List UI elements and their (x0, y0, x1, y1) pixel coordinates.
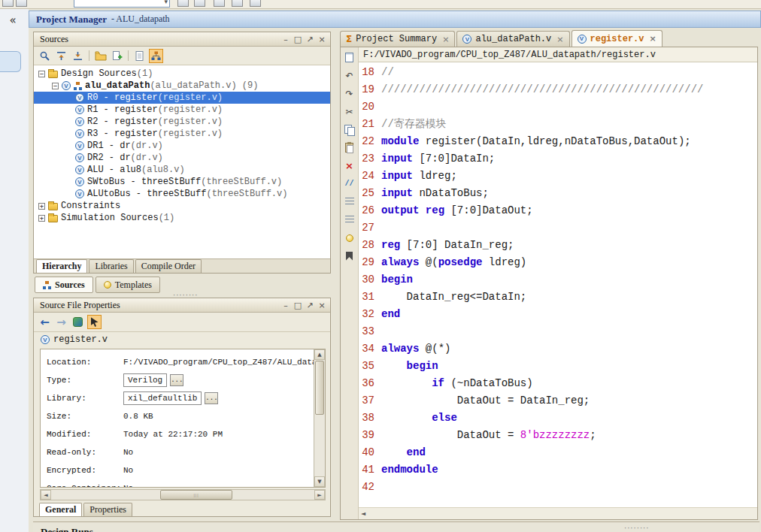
maximize-button[interactable]: □ (292, 300, 304, 311)
expand-all-icon[interactable] (71, 49, 85, 63)
delete-icon[interactable]: × (343, 159, 356, 172)
toolbar-icon-7[interactable] (250, 0, 261, 7)
verilog-file-icon: V (578, 35, 587, 44)
indent-icon[interactable] (343, 195, 356, 208)
tree-item[interactable]: VR3 - register (register.v) (34, 128, 330, 140)
scroll-left-icon[interactable]: ◄ (41, 490, 51, 500)
verilog-module-icon: V (62, 81, 71, 90)
scroll-up-icon[interactable]: ▲ (314, 349, 325, 360)
cut-icon[interactable]: ✂ (343, 105, 356, 118)
code-line: 37 DataOut = DataIn_reg; (359, 392, 757, 410)
tree-item[interactable]: VR0 - register (register.v) (34, 92, 330, 104)
close-tab-icon[interactable]: × (442, 35, 449, 44)
redo-icon[interactable]: ↷ (343, 87, 356, 100)
file-icon[interactable] (343, 51, 356, 64)
settings-icon[interactable] (71, 315, 85, 329)
tree-item[interactable]: −Valu_dataPath (alu_dataPath.v) (9) (34, 80, 330, 92)
code-line: 34always @(*) (359, 340, 757, 358)
tree-item[interactable]: VDR1 - dr (dr.v) (34, 140, 330, 152)
code-line: 24input ldreg; (359, 168, 757, 185)
toolbar-icon-3[interactable] (177, 0, 189, 7)
close-tab-icon[interactable]: × (650, 34, 656, 44)
lightbulb-icon[interactable] (343, 231, 356, 244)
hierarchy-view-icon[interactable] (149, 49, 163, 63)
minimize-button[interactable]: – (280, 300, 292, 311)
toolbar-icon-2[interactable] (16, 0, 27, 7)
tree-item[interactable]: VALUtoBus - threeStBuff (threeStBuff.v) (34, 188, 330, 200)
add-sources-icon[interactable] (110, 49, 124, 63)
scrollbar-thumb[interactable] (315, 361, 324, 415)
close-tab-icon[interactable]: × (556, 35, 563, 44)
tree-item[interactable]: −Design Sources (1) (34, 68, 330, 80)
tab-general[interactable]: General (39, 503, 82, 516)
tree-expander-icon[interactable]: − (52, 83, 59, 89)
scroll-left-icon[interactable]: ◄ (361, 510, 365, 517)
tree-expander-icon[interactable]: + (38, 215, 45, 222)
tree-item[interactable]: +Constraints (34, 200, 330, 212)
back-icon[interactable]: ← (38, 315, 52, 329)
close-button[interactable]: × (316, 300, 328, 311)
outdent-icon[interactable] (343, 213, 356, 226)
tree-item-filename: (alu8.v) (141, 165, 185, 175)
tree-item[interactable]: VR2 - register (register.v) (34, 116, 330, 128)
panel-splitter-handle[interactable]: ········ (624, 524, 649, 532)
tree-item[interactable]: VR1 - register (register.v) (34, 104, 330, 116)
line-number: 42 (359, 479, 381, 496)
tree-expander-icon[interactable]: − (38, 71, 45, 77)
collapsed-panel-tab[interactable] (0, 51, 21, 72)
collapse-all-icon[interactable] (54, 49, 68, 63)
select-icon[interactable] (87, 315, 102, 329)
tab-hierarchy[interactable]: Hierarchy (36, 259, 87, 273)
paste-icon[interactable] (343, 141, 356, 154)
maximize-button[interactable]: □ (292, 34, 304, 45)
tab-register-v[interactable]: V register.v × (572, 30, 662, 47)
tree-expander-icon[interactable]: + (38, 203, 45, 210)
tab-project-summary[interactable]: Σ Project Summary × (340, 31, 455, 47)
comment-icon[interactable]: // (343, 177, 356, 190)
file-info-icon[interactable] (132, 49, 147, 63)
code-area[interactable]: 18//19//////////////////////////////////… (359, 62, 757, 507)
source-file-properties-panel: Source File Properties – □ ↗ × ← → V reg… (33, 298, 331, 517)
line-number: 26 (359, 202, 381, 219)
tree-item[interactable]: +Simulation Sources (1) (34, 212, 330, 224)
float-button[interactable]: ↗ (304, 34, 316, 45)
collapse-panel-button[interactable]: « (4, 14, 22, 28)
toolbar-icon-5[interactable] (214, 0, 225, 7)
properties-panel-title-bar: Source File Properties – □ ↗ × (34, 298, 330, 313)
toolbar-icon-6[interactable] (232, 0, 243, 7)
horizontal-scrollbar[interactable]: ◄ ||| ► (40, 489, 326, 500)
open-folder-icon[interactable] (93, 49, 108, 63)
toolbar-icon-4[interactable] (194, 0, 205, 7)
property-input[interactable]: Verilog (123, 373, 167, 387)
tree-item[interactable]: VSWtoBus - threeStBuff (threeStBuff.v) (34, 176, 330, 188)
tab-properties[interactable]: Properties (83, 503, 132, 516)
float-button[interactable]: ↗ (304, 300, 316, 311)
editor-horizontal-scrollbar[interactable]: ◄ (359, 507, 757, 519)
search-icon[interactable] (38, 49, 52, 63)
property-input[interactable]: xil_defaultlib (123, 391, 202, 405)
tab-sources[interactable]: Sources (35, 277, 93, 293)
minimize-button[interactable]: – (280, 34, 292, 45)
code-line: 18// (359, 64, 757, 81)
tree-item[interactable]: VALU - alu8 (alu8.v) (34, 164, 330, 176)
ellipsis-button[interactable]: ... (205, 392, 218, 404)
close-button[interactable]: × (316, 34, 328, 45)
tab-alu-datapath-v[interactable]: V alu_dataPath.v × (456, 31, 569, 47)
tab-libraries[interactable]: Libraries (89, 259, 133, 273)
toolbar-icon-1[interactable] (2, 0, 14, 7)
ellipsis-button[interactable]: ... (170, 374, 183, 386)
property-label: Library: (47, 394, 123, 403)
bookmark-icon[interactable] (343, 249, 356, 262)
tab-templates[interactable]: Templates (96, 277, 160, 293)
undo-icon[interactable]: ↶ (343, 69, 356, 82)
tree-item[interactable]: VDR2 - dr (dr.v) (34, 152, 330, 164)
layout-selector[interactable]: ▾ (74, 0, 170, 8)
vertical-scrollbar[interactable]: ▲ ▼ (314, 349, 325, 487)
scroll-down-icon[interactable]: ▼ (314, 476, 325, 487)
copy-icon[interactable] (343, 123, 356, 136)
forward-icon[interactable]: → (54, 315, 68, 329)
scrollbar-thumb[interactable]: ||| (160, 490, 232, 500)
line-number: 27 (359, 219, 381, 237)
scroll-right-icon[interactable]: ► (314, 490, 325, 500)
tab-compile-order[interactable]: Compile Order (135, 259, 202, 273)
